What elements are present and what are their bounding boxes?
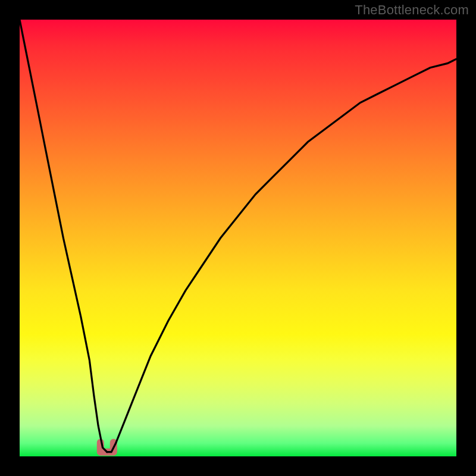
- chart-frame: TheBottleneck.com: [0, 0, 476, 476]
- plot-area: [20, 20, 456, 456]
- bottleneck-curve-right: [107, 59, 456, 452]
- watermark-label: TheBottleneck.com: [355, 2, 469, 18]
- curve-svg: [20, 20, 456, 456]
- bottleneck-curve-left: [20, 20, 107, 452]
